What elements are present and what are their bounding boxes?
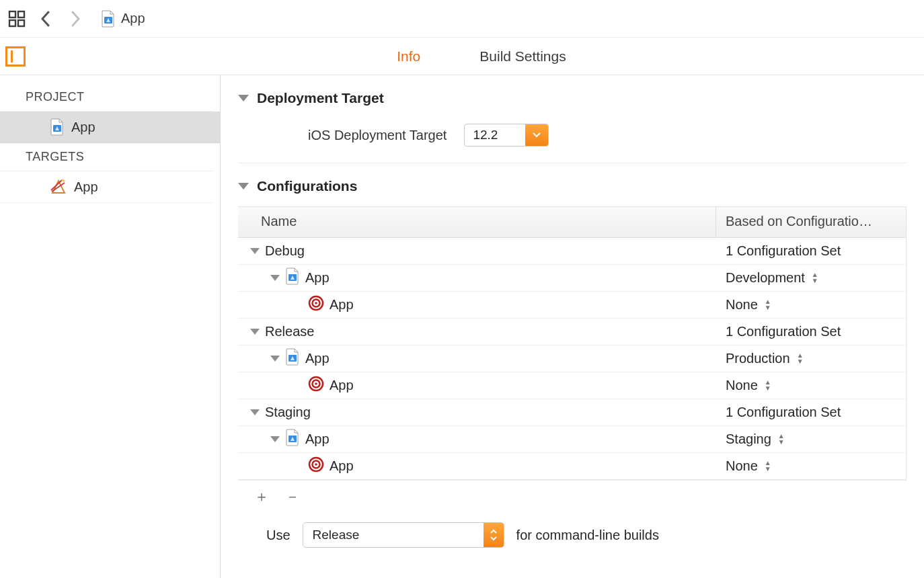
config-based: None — [726, 458, 758, 474]
disclosure-triangle-icon — [238, 183, 249, 190]
config-based: 1 Configuration Set — [726, 324, 841, 339]
config-name: Release — [265, 324, 314, 339]
tabbar: Info Build Settings — [0, 38, 924, 75]
toolbar: App — [0, 0, 924, 38]
stepper-icon: ▲▼ — [765, 380, 771, 391]
config-name: App — [305, 270, 330, 286]
table-row[interactable]: AppNone▲▼ — [238, 453, 906, 480]
disclosure-triangle-icon — [270, 275, 280, 281]
command-line-config-value: Release — [303, 523, 484, 547]
section-configurations: Configurations Name Based on Configurati… — [238, 173, 907, 548]
config-based: 1 Configuration Set — [726, 405, 841, 420]
stepper-icon: ▲▼ — [765, 460, 771, 472]
column-header-based[interactable]: Based on Configuratio… — [716, 207, 906, 237]
nav-back-icon[interactable] — [36, 9, 55, 28]
remove-configuration-button[interactable]: － — [285, 487, 300, 507]
sidebar: PROJECT App TARGETS App — [0, 75, 221, 578]
sidebar-item-label: App — [74, 179, 98, 195]
table-row[interactable]: AppNone▲▼ — [238, 292, 906, 319]
config-name: Debug — [265, 243, 305, 259]
configurations-table: Name Based on Configuratio… Debug1 Confi… — [238, 206, 907, 481]
dropdown-button-icon — [525, 124, 548, 146]
related-items-icon[interactable] — [8, 10, 26, 28]
table-row[interactable]: Debug1 Configuration Set — [238, 238, 906, 265]
use-label-post: for command-line builds — [516, 528, 659, 543]
use-label-pre: Use — [266, 528, 291, 543]
stepper-icon: ▲▼ — [778, 434, 785, 445]
deployment-target-label: iOS Deployment Target — [308, 128, 447, 143]
section-title: Configurations — [257, 178, 357, 194]
config-name: App — [305, 431, 330, 447]
table-row[interactable]: AppNone▲▼ — [238, 372, 906, 399]
stepper-icon: ▲▼ — [797, 353, 804, 364]
xcodeproj-icon — [285, 348, 300, 369]
target-bullseye-icon — [308, 456, 324, 476]
config-based: Staging — [726, 431, 771, 447]
svg-point-10 — [315, 302, 317, 304]
panel-toggle-icon[interactable] — [5, 46, 26, 67]
svg-rect-2 — [9, 20, 15, 26]
deployment-target-value: 12.2 — [465, 124, 525, 146]
app-target-icon — [50, 178, 67, 196]
add-configuration-button[interactable]: ＋ — [254, 487, 269, 507]
section-deployment-target: Deployment Target iOS Deployment Target … — [238, 85, 907, 163]
config-name: App — [305, 351, 330, 366]
target-bullseye-icon — [308, 295, 324, 315]
xcodeproj-icon — [285, 267, 300, 288]
command-line-build-row: Use Release for command-line builds — [238, 507, 907, 548]
sidebar-item-target[interactable]: App — [0, 171, 213, 203]
svg-point-18 — [315, 463, 317, 466]
table-row[interactable]: Staging1 Configuration Set — [238, 399, 906, 426]
column-header-name[interactable]: Name — [238, 207, 716, 237]
command-line-config-select[interactable]: Release — [303, 522, 504, 548]
main-content: Deployment Target iOS Deployment Target … — [221, 75, 924, 578]
table-row[interactable]: AppProduction▲▼ — [238, 345, 906, 372]
svg-rect-1 — [18, 11, 24, 17]
svg-rect-6 — [61, 179, 65, 182]
config-name: App — [330, 458, 354, 474]
config-name: Staging — [265, 405, 311, 420]
disclosure-triangle-icon — [250, 329, 260, 335]
svg-rect-0 — [9, 11, 15, 17]
config-based: Production — [726, 351, 790, 366]
sidebar-item-project[interactable]: App — [0, 112, 220, 143]
nav-forward-icon[interactable] — [66, 9, 85, 28]
svg-point-14 — [315, 382, 317, 385]
disclosure-triangle-icon — [238, 95, 249, 101]
config-name: App — [330, 297, 354, 313]
stepper-icon: ▲▼ — [812, 272, 818, 284]
section-title: Deployment Target — [257, 90, 384, 106]
breadcrumb[interactable]: App — [101, 10, 145, 28]
disclosure-triangle-icon — [250, 409, 260, 415]
disclosure-triangle-icon — [270, 356, 280, 362]
stepper-icon: ▲▼ — [765, 299, 771, 311]
config-based: Development — [726, 270, 805, 286]
breadcrumb-title: App — [121, 11, 145, 26]
table-row[interactable]: Release1 Configuration Set — [238, 319, 906, 345]
config-name: App — [330, 378, 354, 393]
config-based: 1 Configuration Set — [726, 243, 841, 259]
target-bullseye-icon — [308, 376, 324, 395]
config-based: None — [726, 378, 758, 393]
table-footer: ＋ － — [238, 481, 907, 507]
sidebar-heading-project: PROJECT — [0, 83, 213, 112]
svg-rect-3 — [18, 20, 24, 26]
disclosure-triangle-icon — [250, 248, 260, 254]
tab-build-settings[interactable]: Build Settings — [477, 44, 568, 69]
deployment-target-combo[interactable]: 12.2 — [464, 124, 549, 147]
section-header[interactable]: Configurations — [238, 173, 907, 200]
stepper-button-icon — [484, 523, 504, 547]
disclosure-triangle-icon — [270, 436, 280, 442]
table-row[interactable]: AppDevelopment▲▼ — [238, 265, 906, 292]
table-header: Name Based on Configuratio… — [238, 207, 906, 238]
xcodeproj-icon — [285, 429, 300, 450]
section-header[interactable]: Deployment Target — [238, 85, 907, 112]
xcodeproj-icon — [101, 10, 116, 28]
table-row[interactable]: AppStaging▲▼ — [238, 426, 906, 453]
tab-info[interactable]: Info — [394, 44, 423, 69]
config-based: None — [726, 297, 758, 313]
sidebar-heading-targets: TARGETS — [0, 143, 213, 171]
xcodeproj-icon — [50, 118, 65, 136]
sidebar-item-label: App — [71, 120, 95, 135]
